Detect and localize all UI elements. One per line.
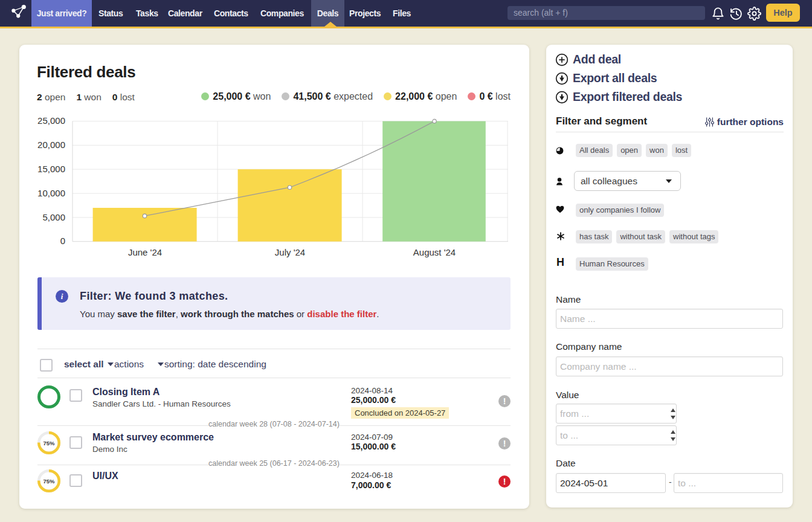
svg-text:10,000: 10,000 — [37, 188, 65, 198]
svg-text:15,000: 15,000 — [37, 164, 65, 174]
svg-text:June '24: June '24 — [128, 247, 162, 257]
svg-text:20,000: 20,000 — [37, 140, 65, 150]
svg-text:75%: 75% — [43, 440, 55, 446]
svg-text:0: 0 — [60, 236, 65, 246]
svg-text:August '24: August '24 — [413, 247, 456, 257]
svg-text:25,000: 25,000 — [37, 115, 65, 126]
svg-text:July '24: July '24 — [275, 247, 305, 257]
svg-text:75%: 75% — [43, 478, 55, 485]
svg-text:5,000: 5,000 — [42, 212, 65, 222]
